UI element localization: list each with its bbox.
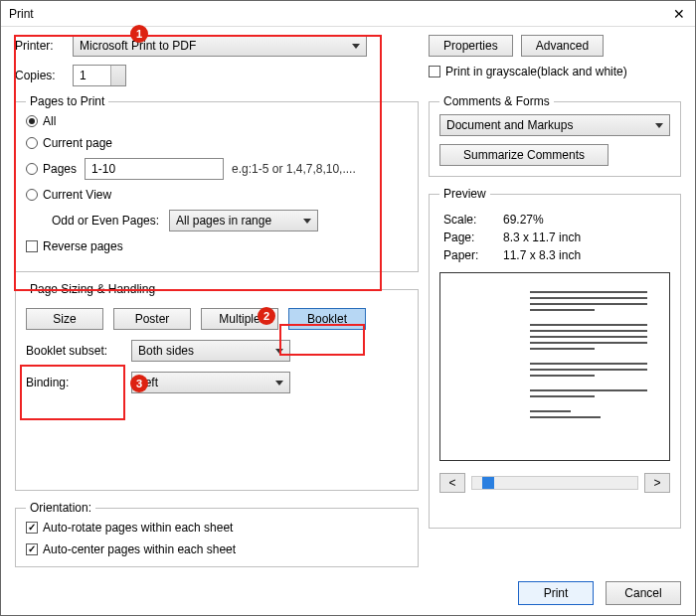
pages-input[interactable]: 1-10 [85,158,224,180]
preview-page [439,272,670,461]
orientation-group: Orientation: Auto-rotate pages within ea… [15,501,419,567]
advanced-button[interactable]: Advanced [521,35,604,57]
summarize-comments-button[interactable]: Summarize Comments [439,144,609,166]
pages-legend: Pages to Print [26,94,108,108]
preview-scroll-track[interactable] [471,476,638,490]
orientation-legend: Orientation: [26,501,95,515]
odd-even-label: Odd or Even Pages: [52,214,159,228]
autorotate-checkbox[interactable]: Auto-rotate pages within each sheet [26,521,233,535]
page-value: 8.3 x 11.7 inch [503,231,670,244]
print-dialog: Print ✕ Printer: Microsoft Print to PDF … [0,0,696,616]
booklet-button[interactable]: Booklet [288,308,366,330]
page-sizing-group: Page Sizing & Handling Size Poster Multi… [15,282,419,491]
print-button[interactable]: Print [518,581,594,605]
radio-current-view[interactable]: Current View [26,188,111,202]
copies-spinner[interactable]: 1 [73,65,126,86]
preview-prev-button[interactable]: < [439,473,465,493]
multiple-button[interactable]: Multiple [201,308,278,330]
pages-example: e.g:1-5 or 1,4,7,8,10,.... [232,162,356,176]
size-button[interactable]: Size [26,308,103,330]
window-title: Print [9,7,34,21]
poster-button[interactable]: Poster [113,308,191,330]
radio-pages[interactable]: Pages [26,162,77,176]
properties-button[interactable]: Properties [429,35,513,57]
scale-value: 69.27% [503,213,670,227]
copies-label: Copies: [15,69,67,82]
booklet-subset-label: Booklet subset: [26,344,125,358]
printer-select[interactable]: Microsoft Print to PDF [73,35,367,57]
grayscale-checkbox[interactable]: Print in grayscale(black and white) [429,65,627,78]
titlebar: Print ✕ [1,1,695,27]
binding-label: Binding: [26,376,125,389]
close-icon[interactable]: ✕ [671,6,687,22]
preview-scroll-thumb[interactable] [482,477,494,489]
comments-select[interactable]: Document and Markups [439,114,670,136]
radio-current-page[interactable]: Current page [26,136,112,150]
autocenter-checkbox[interactable]: Auto-center pages within each sheet [26,542,236,556]
scale-label: Scale: [443,213,503,227]
comments-legend: Comments & Forms [439,94,554,108]
cancel-button[interactable]: Cancel [606,581,681,605]
paper-label: Paper: [443,248,503,262]
preview-legend: Preview [439,187,490,201]
reverse-pages-checkbox[interactable]: Reverse pages [26,239,123,253]
paper-value: 11.7 x 8.3 inch [503,248,670,262]
binding-select[interactable]: Left [131,372,290,393]
page-label: Page: [443,231,503,244]
radio-all[interactable]: All [26,114,56,128]
sizing-legend: Page Sizing & Handling [26,282,159,296]
comments-forms-group: Comments & Forms Document and Markups Su… [429,94,681,177]
printer-label: Printer: [15,39,67,53]
preview-group: Preview Scale: 69.27% Page: 8.3 x 11.7 i… [429,187,681,529]
pages-to-print-group: Pages to Print All Current page Pages 1-… [15,94,419,272]
odd-even-select[interactable]: All pages in range [169,210,318,231]
booklet-subset-select[interactable]: Both sides [131,340,290,362]
preview-next-button[interactable]: > [644,473,670,493]
